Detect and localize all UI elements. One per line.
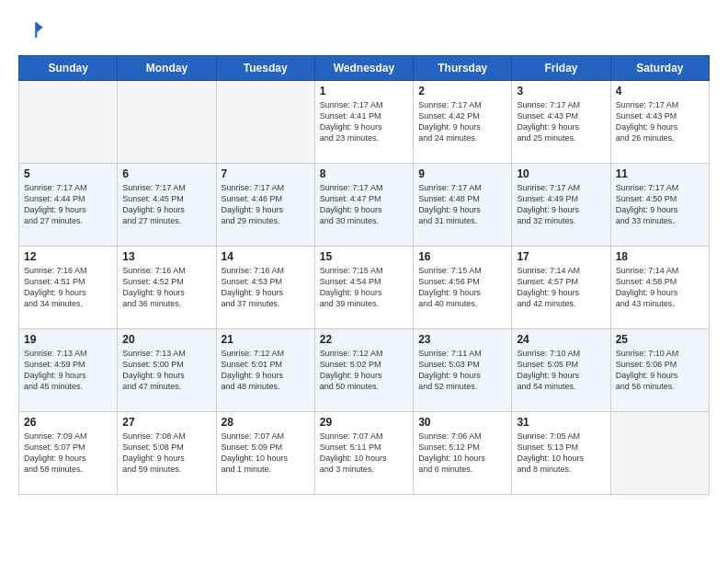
calendar-day-cell: 8Sunrise: 7:17 AM Sunset: 4:47 PM Daylig…: [314, 164, 413, 247]
calendar-week-row: 26Sunrise: 7:09 AM Sunset: 5:07 PM Dayli…: [19, 412, 710, 495]
calendar-day-cell: 12Sunrise: 7:16 AM Sunset: 4:51 PM Dayli…: [19, 247, 118, 329]
day-number: 1: [320, 85, 408, 98]
day-info: Sunrise: 7:17 AM Sunset: 4:47 PM Dayligh…: [320, 182, 408, 227]
day-info: Sunrise: 7:17 AM Sunset: 4:43 PM Dayligh…: [616, 99, 704, 144]
calendar-day-cell: 30Sunrise: 7:06 AM Sunset: 5:12 PM Dayli…: [414, 412, 512, 495]
day-info: Sunrise: 7:17 AM Sunset: 4:49 PM Dayligh…: [517, 182, 605, 227]
logo-icon: [18, 18, 44, 44]
day-number: 8: [320, 167, 408, 180]
day-number: 13: [122, 250, 210, 263]
calendar-day-cell: 17Sunrise: 7:14 AM Sunset: 4:57 PM Dayli…: [512, 247, 610, 329]
calendar-day-cell: 31Sunrise: 7:05 AM Sunset: 5:13 PM Dayli…: [512, 412, 610, 495]
calendar-day-cell: 22Sunrise: 7:12 AM Sunset: 5:02 PM Dayli…: [314, 329, 413, 412]
day-info: Sunrise: 7:10 AM Sunset: 5:06 PM Dayligh…: [616, 348, 704, 393]
calendar-day-cell: [610, 412, 709, 495]
calendar-day-cell: 9Sunrise: 7:17 AM Sunset: 4:48 PM Daylig…: [414, 164, 512, 247]
day-number: 18: [616, 250, 704, 263]
day-info: Sunrise: 7:17 AM Sunset: 4:43 PM Dayligh…: [517, 99, 605, 144]
day-number: 21: [222, 333, 310, 346]
day-number: 6: [122, 167, 210, 180]
day-number: 10: [517, 167, 605, 180]
calendar-day-cell: 10Sunrise: 7:17 AM Sunset: 4:49 PM Dayli…: [512, 164, 610, 247]
calendar-day-cell: 13Sunrise: 7:16 AM Sunset: 4:52 PM Dayli…: [118, 247, 216, 329]
day-info: Sunrise: 7:17 AM Sunset: 4:41 PM Dayligh…: [320, 99, 408, 144]
day-info: Sunrise: 7:10 AM Sunset: 5:05 PM Dayligh…: [517, 348, 605, 393]
day-number: 26: [24, 416, 112, 429]
calendar-day-cell: 21Sunrise: 7:12 AM Sunset: 5:01 PM Dayli…: [216, 329, 314, 412]
calendar-day-cell: 7Sunrise: 7:17 AM Sunset: 4:46 PM Daylig…: [216, 164, 314, 247]
day-number: 2: [418, 85, 506, 98]
day-info: Sunrise: 7:12 AM Sunset: 5:02 PM Dayligh…: [320, 348, 408, 393]
day-info: Sunrise: 7:12 AM Sunset: 5:01 PM Dayligh…: [222, 348, 310, 393]
day-number: 17: [517, 250, 605, 263]
calendar-day-cell: 11Sunrise: 7:17 AM Sunset: 4:50 PM Dayli…: [610, 164, 709, 247]
day-number: 28: [222, 416, 310, 429]
day-info: Sunrise: 7:07 AM Sunset: 5:09 PM Dayligh…: [222, 431, 310, 476]
day-number: 12: [24, 250, 112, 263]
calendar-day-cell: 29Sunrise: 7:07 AM Sunset: 5:11 PM Dayli…: [314, 412, 413, 495]
day-info: Sunrise: 7:14 AM Sunset: 4:57 PM Dayligh…: [517, 265, 605, 310]
day-info: Sunrise: 7:17 AM Sunset: 4:42 PM Dayligh…: [418, 99, 506, 144]
day-of-week-header: Thursday: [414, 56, 512, 81]
calendar-day-cell: 3Sunrise: 7:17 AM Sunset: 4:43 PM Daylig…: [512, 81, 610, 164]
day-number: 19: [24, 333, 112, 346]
day-number: 7: [222, 167, 310, 180]
calendar-day-cell: 26Sunrise: 7:09 AM Sunset: 5:07 PM Dayli…: [19, 412, 118, 495]
day-number: 29: [320, 416, 408, 429]
day-number: 30: [418, 416, 506, 429]
day-info: Sunrise: 7:17 AM Sunset: 4:46 PM Dayligh…: [222, 182, 310, 227]
day-info: Sunrise: 7:16 AM Sunset: 4:53 PM Dayligh…: [222, 265, 310, 310]
svg-marker-1: [37, 22, 43, 32]
day-number: 25: [616, 333, 704, 346]
day-info: Sunrise: 7:17 AM Sunset: 4:44 PM Dayligh…: [24, 182, 112, 227]
day-info: Sunrise: 7:06 AM Sunset: 5:12 PM Dayligh…: [418, 431, 506, 476]
calendar-day-cell: [19, 81, 118, 164]
calendar-day-cell: 1Sunrise: 7:17 AM Sunset: 4:41 PM Daylig…: [314, 81, 413, 164]
svg-rect-2: [35, 22, 37, 38]
day-number: 23: [418, 333, 506, 346]
day-info: Sunrise: 7:17 AM Sunset: 4:45 PM Dayligh…: [122, 182, 210, 227]
day-info: Sunrise: 7:17 AM Sunset: 4:50 PM Dayligh…: [616, 182, 704, 227]
day-number: 4: [616, 85, 704, 98]
calendar-week-row: 12Sunrise: 7:16 AM Sunset: 4:51 PM Dayli…: [19, 247, 710, 329]
calendar-day-cell: 23Sunrise: 7:11 AM Sunset: 5:03 PM Dayli…: [414, 329, 512, 412]
calendar: SundayMondayTuesdayWednesdayThursdayFrid…: [18, 55, 710, 495]
day-number: 3: [517, 85, 605, 98]
day-info: Sunrise: 7:16 AM Sunset: 4:52 PM Dayligh…: [122, 265, 210, 310]
day-of-week-header: Saturday: [610, 56, 709, 81]
day-info: Sunrise: 7:11 AM Sunset: 5:03 PM Dayligh…: [418, 348, 506, 393]
calendar-week-row: 5Sunrise: 7:17 AM Sunset: 4:44 PM Daylig…: [19, 164, 710, 247]
day-info: Sunrise: 7:13 AM Sunset: 5:00 PM Dayligh…: [122, 348, 210, 393]
day-info: Sunrise: 7:16 AM Sunset: 4:51 PM Dayligh…: [24, 265, 112, 310]
calendar-day-cell: [118, 81, 216, 164]
calendar-day-cell: 5Sunrise: 7:17 AM Sunset: 4:44 PM Daylig…: [19, 164, 118, 247]
day-info: Sunrise: 7:17 AM Sunset: 4:48 PM Dayligh…: [418, 182, 506, 227]
day-number: 15: [320, 250, 408, 263]
calendar-day-cell: 2Sunrise: 7:17 AM Sunset: 4:42 PM Daylig…: [414, 81, 512, 164]
day-number: 11: [616, 167, 704, 180]
calendar-day-cell: 15Sunrise: 7:15 AM Sunset: 4:54 PM Dayli…: [314, 247, 413, 329]
day-number: 9: [418, 167, 506, 180]
day-info: Sunrise: 7:07 AM Sunset: 5:11 PM Dayligh…: [320, 431, 408, 476]
day-header-row: SundayMondayTuesdayWednesdayThursdayFrid…: [19, 56, 710, 81]
calendar-day-cell: 25Sunrise: 7:10 AM Sunset: 5:06 PM Dayli…: [610, 329, 709, 412]
calendar-day-cell: 28Sunrise: 7:07 AM Sunset: 5:09 PM Dayli…: [216, 412, 314, 495]
header: [18, 18, 710, 44]
day-of-week-header: Monday: [118, 56, 216, 81]
page: SundayMondayTuesdayWednesdayThursdayFrid…: [0, 0, 728, 504]
day-of-week-header: Sunday: [19, 56, 118, 81]
calendar-week-row: 19Sunrise: 7:13 AM Sunset: 4:59 PM Dayli…: [19, 329, 710, 412]
day-number: 5: [24, 167, 112, 180]
day-number: 20: [122, 333, 210, 346]
calendar-day-cell: 24Sunrise: 7:10 AM Sunset: 5:05 PM Dayli…: [512, 329, 610, 412]
calendar-header: SundayMondayTuesdayWednesdayThursdayFrid…: [19, 56, 710, 81]
day-info: Sunrise: 7:15 AM Sunset: 4:56 PM Dayligh…: [418, 265, 506, 310]
day-info: Sunrise: 7:05 AM Sunset: 5:13 PM Dayligh…: [517, 431, 605, 476]
day-of-week-header: Wednesday: [314, 56, 413, 81]
day-number: 27: [122, 416, 210, 429]
day-number: 14: [222, 250, 310, 263]
svg-rect-0: [18, 18, 44, 44]
logo: [18, 18, 48, 44]
day-info: Sunrise: 7:15 AM Sunset: 4:54 PM Dayligh…: [320, 265, 408, 310]
day-number: 16: [418, 250, 506, 263]
